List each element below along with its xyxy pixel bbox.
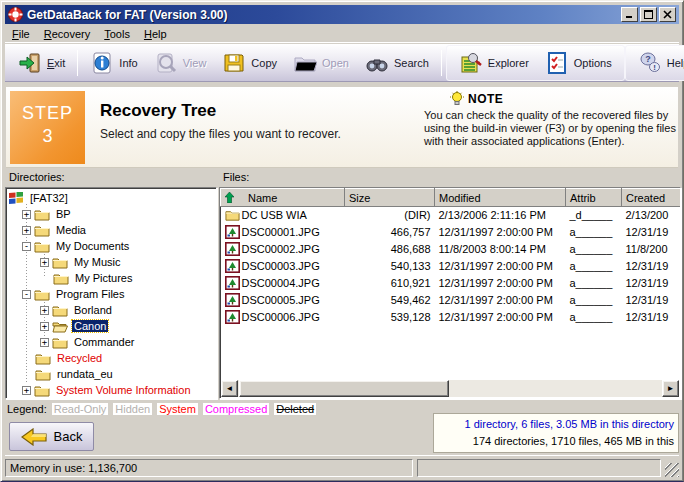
- view-label: View: [183, 57, 207, 69]
- page-subtitle: Select and copy the files you want to re…: [100, 127, 341, 141]
- tree-item-my-pictures[interactable]: My Pictures: [8, 270, 216, 286]
- scroll-right-button[interactable]: ►: [662, 380, 679, 397]
- help-button[interactable]: ? ! Help: [630, 47, 684, 79]
- minimize-icon: [625, 10, 634, 19]
- maximize-button[interactable]: [640, 7, 657, 22]
- tree-item-label: My Music: [72, 256, 122, 268]
- directory-summary: 1 directory, 6 files, 3.05 MB in this di…: [438, 416, 674, 433]
- tree-item-media[interactable]: + Media: [8, 222, 216, 238]
- file-row[interactable]: DSC00001.JPG 466,757 12/31/1997 2:00:00 …: [221, 224, 682, 241]
- menu-recovery[interactable]: Recovery: [37, 26, 97, 42]
- folder-icon: [53, 272, 69, 285]
- exit-button[interactable]: Exit: [10, 47, 73, 79]
- tree-item-label: Program Files: [54, 288, 126, 300]
- legend-deleted: Deleted: [274, 403, 316, 415]
- page-title: Recovery Tree: [100, 101, 216, 121]
- file-attrib: _d_____: [566, 207, 622, 224]
- windows-logo-icon: [8, 192, 24, 205]
- column-header-modified[interactable]: Modified: [435, 189, 566, 207]
- file-size: 466,757: [345, 224, 435, 241]
- expand-toggle[interactable]: +: [22, 210, 31, 219]
- resize-grip[interactable]: [665, 463, 679, 477]
- copy-floppy-icon: [222, 51, 246, 75]
- file-attrib: a______: [566, 292, 622, 309]
- note-text: You can check the quality of the recover…: [424, 109, 684, 148]
- tree-item-rundata-eu[interactable]: rundata_eu: [8, 366, 216, 382]
- window-title: GetDataBack for FAT (Version 3.00): [27, 8, 619, 22]
- menu-tools[interactable]: Tools: [97, 26, 137, 42]
- file-attrib: a______: [566, 241, 622, 258]
- file-row[interactable]: DSC00003.JPG 540,133 12/31/1997 2:00:00 …: [221, 258, 682, 275]
- files-table: Name Size Modified Attrib Created DC USB…: [220, 188, 681, 326]
- copy-button[interactable]: Copy: [214, 47, 285, 79]
- tree-item-program-files[interactable]: - Program Files: [8, 286, 216, 302]
- file-name: DSC00006.JPG: [242, 311, 320, 323]
- folder-icon: [34, 208, 50, 221]
- toolbar-separator: [77, 50, 78, 76]
- collapse-toggle[interactable]: -: [22, 290, 31, 299]
- file-row[interactable]: DSC00005.JPG 549,462 12/31/1997 2:00:00 …: [221, 292, 682, 309]
- note-title: NOTE: [468, 92, 503, 106]
- close-icon: [663, 10, 672, 19]
- expand-toggle[interactable]: +: [22, 386, 31, 395]
- collapse-toggle[interactable]: -: [22, 242, 31, 251]
- search-label: Search: [394, 57, 429, 69]
- folder-icon: [34, 240, 50, 253]
- menu-help[interactable]: Help: [137, 26, 174, 42]
- scrollbar-track[interactable]: [449, 380, 662, 397]
- column-header-created[interactable]: Created: [622, 189, 682, 207]
- file-modified: 2/13/2006 2:11:16 PM: [435, 207, 566, 224]
- tree-item-borland[interactable]: + Borland: [8, 302, 216, 318]
- step-word: STEP: [10, 103, 85, 124]
- file-name: DSC00004.JPG: [242, 277, 320, 289]
- scrollbar-thumb[interactable]: [239, 380, 449, 397]
- back-button[interactable]: Back: [9, 422, 94, 451]
- options-button[interactable]: Options: [537, 47, 620, 79]
- tree-item-label: Media: [54, 224, 88, 236]
- tree-item-recycled[interactable]: Recycled: [8, 350, 216, 366]
- file-created: 12/31/19: [622, 275, 682, 292]
- view-magnifier-icon: [154, 51, 178, 75]
- file-row[interactable]: DC USB WIA (DIR) 2/13/2006 2:11:16 PM _d…: [221, 207, 682, 224]
- tree-item-commander[interactable]: + Commander: [8, 334, 216, 350]
- file-row[interactable]: DSC00002.JPG 486,688 11/8/2003 8:00:14 P…: [221, 241, 682, 258]
- tree-item-label: My Pictures: [73, 272, 134, 284]
- explorer-button[interactable]: Explorer: [451, 47, 537, 79]
- column-header-size[interactable]: Size: [345, 189, 435, 207]
- tree-item-label: Canon: [72, 320, 108, 332]
- image-file-icon: [225, 293, 240, 307]
- info-button[interactable]: Info: [82, 47, 145, 79]
- app-logo-icon: [8, 7, 23, 22]
- expand-toggle[interactable]: +: [40, 306, 49, 315]
- minimize-button[interactable]: [621, 7, 638, 22]
- file-row[interactable]: DSC00006.JPG 539,128 12/31/1997 2:00:00 …: [221, 309, 682, 326]
- folder-icon: [52, 304, 68, 317]
- scroll-left-button[interactable]: ◄: [221, 380, 238, 397]
- file-modified: 12/31/1997 2:00:00 PM: [435, 292, 566, 309]
- tree-item-bp[interactable]: + BP: [8, 206, 216, 222]
- close-button[interactable]: [659, 7, 676, 22]
- search-button[interactable]: Search: [357, 47, 437, 79]
- file-modified: 12/31/1997 2:00:00 PM: [435, 224, 566, 241]
- expand-toggle[interactable]: +: [22, 226, 31, 235]
- copy-label: Copy: [251, 57, 277, 69]
- files-list-panel: Name Size Modified Attrib Created DC USB…: [219, 187, 681, 399]
- tree-root-fat32[interactable]: [FAT32]: [8, 190, 216, 206]
- tree-item-system-volume-information[interactable]: + System Volume Information: [8, 382, 216, 398]
- menu-file[interactable]: File: [5, 26, 37, 42]
- tree-item-my-music[interactable]: + My Music: [8, 254, 216, 270]
- horizontal-scrollbar[interactable]: ◄ ►: [221, 380, 679, 397]
- expand-toggle[interactable]: +: [40, 322, 49, 331]
- help-label: Help: [667, 57, 684, 69]
- expand-toggle[interactable]: +: [40, 338, 49, 347]
- column-header-attrib[interactable]: Attrib: [566, 189, 622, 207]
- titlebar[interactable]: GetDataBack for FAT (Version 3.00): [5, 5, 679, 24]
- tree-item-my-documents[interactable]: - My Documents: [8, 238, 216, 254]
- file-created: 12/31/19: [622, 292, 682, 309]
- image-file-icon: [225, 310, 240, 324]
- tree-item-canon-selected[interactable]: + Canon: [8, 318, 216, 334]
- file-name: DSC00005.JPG: [242, 294, 320, 306]
- file-row[interactable]: DSC00004.JPG 610,921 12/31/1997 2:00:00 …: [221, 275, 682, 292]
- expand-toggle[interactable]: +: [40, 258, 49, 267]
- column-header-name[interactable]: Name: [221, 189, 345, 207]
